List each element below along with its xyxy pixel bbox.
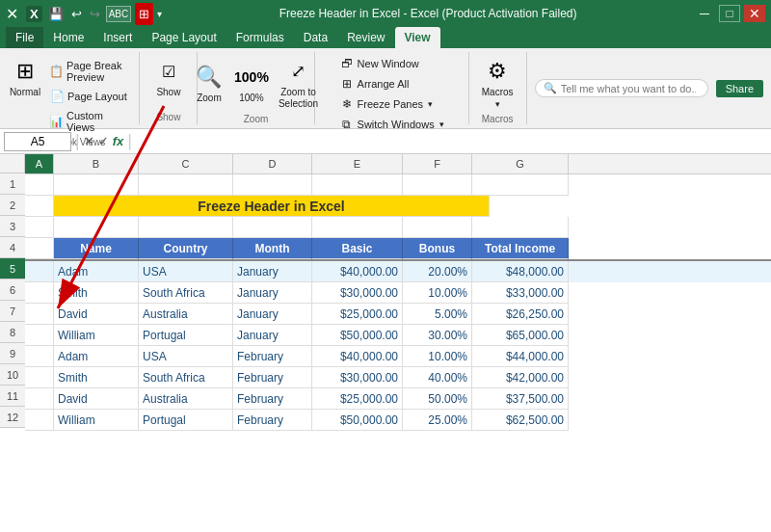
cell-country-7[interactable]: Portugal (139, 410, 233, 431)
cell-d1[interactable] (233, 174, 312, 196)
cell-a3[interactable] (25, 217, 54, 238)
cell-country-4[interactable]: USA (139, 346, 233, 367)
row-header-12[interactable]: 12 (0, 407, 25, 428)
confirm-icon[interactable]: ✓ (98, 134, 109, 148)
cell-country-1[interactable]: South Africa (139, 282, 233, 304)
cell-a6[interactable] (25, 282, 54, 304)
row-header-6[interactable]: 6 (0, 279, 25, 301)
arrange-all-button[interactable]: ⊞ Arrange All (336, 74, 412, 93)
cell-total-2[interactable]: $26,250.00 (472, 304, 569, 325)
col-header-g[interactable]: G (472, 154, 569, 173)
zoom-100-button[interactable]: 100% 100% (232, 60, 271, 106)
cancel-icon[interactable]: ✕ (84, 134, 94, 148)
cell-name-4[interactable]: Adam (54, 346, 139, 367)
cell-header-name[interactable]: Name (54, 238, 139, 259)
cell-bonus-6[interactable]: 50.00% (403, 388, 472, 410)
cell-a8[interactable] (25, 325, 54, 346)
name-box[interactable] (4, 132, 71, 151)
cell-month-0[interactable]: January (233, 261, 312, 282)
col-header-a[interactable]: A (25, 154, 54, 173)
save-qat-button[interactable]: 💾 (46, 5, 66, 23)
cell-country-3[interactable]: Portugal (139, 325, 233, 346)
row-header-4[interactable]: 4 (0, 237, 25, 258)
col-header-e[interactable]: E (312, 154, 403, 173)
cell-f3[interactable] (403, 217, 472, 238)
cell-header-month[interactable]: Month (233, 238, 312, 259)
cell-d3[interactable] (233, 217, 312, 238)
cell-basic-0[interactable]: $40,000.00 (312, 261, 403, 282)
cell-a11[interactable] (25, 388, 54, 410)
cell-month-5[interactable]: February (233, 367, 312, 388)
cell-a12[interactable] (25, 410, 54, 431)
cell-a4[interactable] (25, 238, 54, 259)
show-button[interactable]: ☑ Show (149, 54, 188, 100)
cell-name-0[interactable]: Adam (54, 261, 139, 282)
cell-month-4[interactable]: February (233, 346, 312, 367)
cell-country-6[interactable]: Australia (139, 388, 233, 410)
cell-total-0[interactable]: $48,000.00 (472, 261, 569, 282)
cell-a1[interactable] (25, 174, 54, 196)
cell-name-7[interactable]: William (54, 410, 139, 431)
cell-basic-5[interactable]: $30,000.00 (312, 367, 403, 388)
cell-country-2[interactable]: Australia (139, 304, 233, 325)
cell-bonus-4[interactable]: 10.00% (403, 346, 472, 367)
row-header-2[interactable]: 2 (0, 195, 25, 216)
cell-country-5[interactable]: South Africa (139, 367, 233, 388)
tab-file[interactable]: File (6, 27, 43, 48)
row-header-5[interactable]: 5 (0, 258, 25, 279)
restore-button[interactable]: □ (719, 5, 740, 22)
cell-name-2[interactable]: David (54, 304, 139, 325)
cell-name-3[interactable]: William (54, 325, 139, 346)
cell-basic-3[interactable]: $50,000.00 (312, 325, 403, 346)
minimize-button[interactable]: ─ (694, 5, 715, 22)
row-header-7[interactable]: 7 (0, 301, 25, 322)
cell-g3[interactable] (472, 217, 569, 238)
cell-month-1[interactable]: January (233, 282, 312, 304)
cell-a9[interactable] (25, 346, 54, 367)
tell-me-box[interactable]: 🔍 (535, 79, 708, 97)
cell-a5[interactable] (25, 261, 54, 282)
cell-basic-1[interactable]: $30,000.00 (312, 282, 403, 304)
spelling-button[interactable]: ABC (106, 6, 132, 22)
tell-me-input[interactable] (561, 83, 696, 94)
cell-name-5[interactable]: Smith (54, 367, 139, 388)
new-window-button[interactable]: 🗗 New Window (336, 54, 422, 73)
normal-button[interactable]: ⊞ Normal (8, 54, 42, 100)
col-header-f[interactable]: F (403, 154, 472, 173)
cell-month-7[interactable]: February (233, 410, 312, 431)
cell-b3[interactable] (54, 217, 139, 238)
row-header-9[interactable]: 9 (0, 343, 25, 364)
cell-bonus-2[interactable]: 5.00% (403, 304, 472, 325)
macros-button[interactable]: ⚙ Macros▾ (478, 54, 518, 112)
cell-basic-6[interactable]: $25,000.00 (312, 388, 403, 410)
cell-f1[interactable] (403, 174, 472, 196)
highlighted-button[interactable]: ⊞ (135, 3, 153, 25)
tab-data[interactable]: Data (294, 27, 337, 48)
undo-button[interactable]: ↩ (69, 5, 84, 23)
freeze-panes-button[interactable]: ❄ Freeze Panes ▾ (336, 94, 436, 114)
cell-a10[interactable] (25, 367, 54, 388)
share-button[interactable]: Share (716, 80, 763, 97)
cell-c1[interactable] (139, 174, 233, 196)
tab-page-layout[interactable]: Page Layout (142, 27, 226, 48)
cell-e3[interactable] (312, 217, 403, 238)
row-header-3[interactable]: 3 (0, 216, 25, 237)
cell-basic-4[interactable]: $40,000.00 (312, 346, 403, 367)
zoom-button[interactable]: 🔍 Zoom (190, 60, 228, 106)
cell-a7[interactable] (25, 304, 54, 325)
cell-a2[interactable] (25, 196, 54, 217)
tab-insert[interactable]: Insert (93, 27, 142, 48)
cell-total-4[interactable]: $44,000.00 (472, 346, 569, 367)
cell-total-1[interactable]: $33,000.00 (472, 282, 569, 304)
redo-button[interactable]: ↪ (88, 5, 102, 23)
cell-title[interactable]: Freeze Header in Excel (54, 196, 490, 217)
cell-month-6[interactable]: February (233, 388, 312, 410)
cell-c3[interactable] (139, 217, 233, 238)
cell-bonus-1[interactable]: 10.00% (403, 282, 472, 304)
close-button[interactable]: ✕ (744, 5, 765, 22)
cell-bonus-7[interactable]: 25.00% (403, 410, 472, 431)
row-header-10[interactable]: 10 (0, 364, 25, 386)
cell-name-1[interactable]: Smith (54, 282, 139, 304)
cell-basic-2[interactable]: $25,000.00 (312, 304, 403, 325)
cell-bonus-0[interactable]: 20.00% (403, 261, 472, 282)
